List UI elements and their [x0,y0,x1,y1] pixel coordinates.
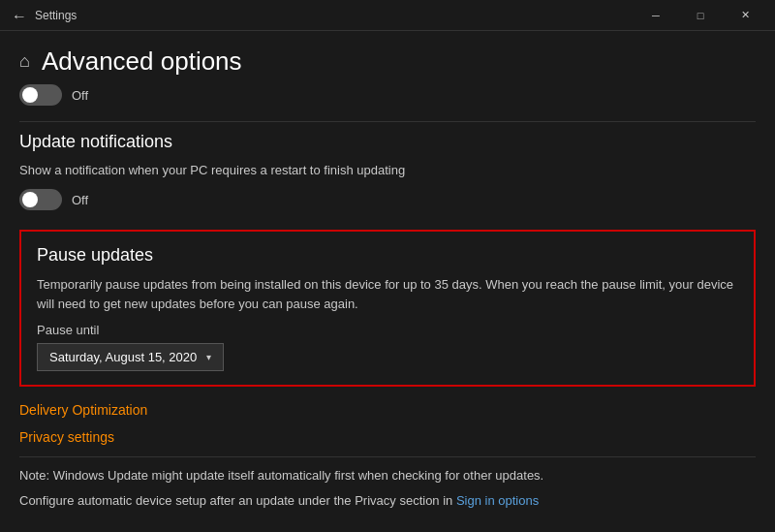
maximize-button[interactable] [678,0,723,31]
first-toggle-label: Off [72,88,88,103]
divider-1 [19,121,756,122]
pause-updates-title: Pause updates [37,245,738,266]
first-toggle[interactable] [19,84,62,106]
first-toggle-track [19,84,62,106]
note-1: Note: Windows Update might update itself… [19,467,756,485]
first-toggle-thumb [22,87,38,103]
minimize-button[interactable] [634,0,678,31]
title-bar: Settings [0,0,775,31]
title-bar-title: Settings [35,9,77,22]
main-content: Advanced options Off Update notification… [0,31,775,532]
home-icon [19,51,30,72]
minimize-icon [652,10,660,21]
sign-in-options-link[interactable]: Sign in options [456,493,539,508]
notifications-toggle-thumb [22,192,38,207]
pause-updates-desc: Temporarily pause updates from being ins… [37,275,738,313]
back-icon[interactable] [12,8,27,23]
update-notifications-section: Update notifications Show a notification… [19,132,756,210]
update-notifications-title: Update notifications [19,132,756,152]
notifications-toggle-track [19,189,62,210]
pause-until-value: Saturday, August 15, 2020 [49,350,197,364]
title-bar-left: Settings [12,8,77,23]
notifications-toggle-container: Off [19,189,756,210]
notifications-toggle[interactable] [19,189,62,210]
pause-updates-box: Pause updates Temporarily pause updates … [19,230,756,387]
divider-2 [19,456,756,457]
pause-until-dropdown[interactable]: Saturday, August 15, 2020 ▾ [37,343,224,371]
note-2-prefix: Configure automatic device setup after a… [19,493,456,508]
maximize-icon [698,10,704,21]
page-header: Advanced options [19,47,756,77]
page-title: Advanced options [42,47,242,77]
note-2: Configure automatic device setup after a… [19,492,756,510]
dropdown-arrow-icon: ▾ [206,352,211,362]
delivery-optimization-link[interactable]: Delivery Optimization [19,402,756,418]
privacy-settings-link[interactable]: Privacy settings [19,429,756,445]
pause-until-label: Pause until [37,323,738,337]
title-bar-controls [634,0,767,31]
update-notifications-desc: Show a notification when your PC require… [19,162,756,179]
first-toggle-container: Off [19,84,756,106]
notifications-toggle-label: Off [72,193,88,207]
close-button[interactable] [723,0,767,31]
close-icon [741,9,750,21]
